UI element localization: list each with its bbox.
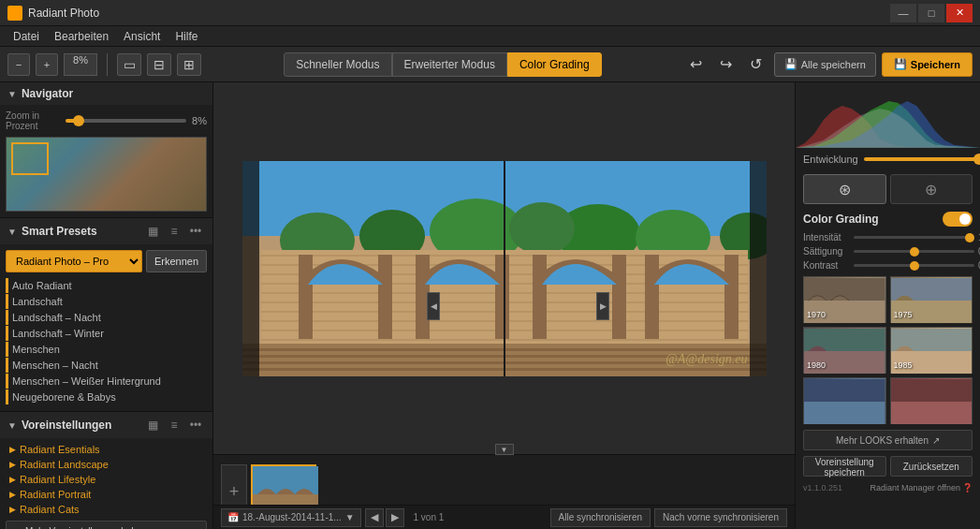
list-item[interactable]: Landschaft – Nacht bbox=[6, 310, 207, 325]
list-item[interactable]: Menschen – Nacht bbox=[6, 358, 207, 373]
view-split-h-button[interactable]: ⊟ bbox=[147, 53, 171, 76]
next-page-button[interactable]: ▶ bbox=[386, 508, 404, 527]
menu-datei[interactable]: Datei bbox=[6, 28, 47, 45]
zuruecksetzen-button[interactable]: Zurücksetzen bbox=[890, 456, 973, 477]
zoom-slider[interactable] bbox=[66, 119, 186, 123]
bottom-buttons: Voreinstellung speichern Zurücksetzen bbox=[796, 452, 980, 480]
look-item-1980[interactable]: 1980 bbox=[803, 327, 886, 374]
maximize-button[interactable]: □ bbox=[918, 4, 944, 22]
entwicklung-slider[interactable] bbox=[864, 157, 980, 161]
color-wheel-icon: ⊛ bbox=[839, 181, 851, 198]
look-item-1985[interactable]: 1985 bbox=[890, 327, 973, 374]
vorei-item[interactable]: ▶ Radiant Cats bbox=[6, 502, 207, 517]
smart-presets-content: Radiant Photo – Pro Erkennen Auto Radian… bbox=[0, 244, 212, 411]
kontrast-slider[interactable] bbox=[854, 264, 974, 267]
zoom-plus-button[interactable]: + bbox=[36, 53, 58, 76]
color-wheel-tab[interactable]: ⊛ bbox=[803, 174, 886, 204]
target-tab[interactable]: ⊕ bbox=[890, 174, 973, 204]
color-grading-toggle[interactable] bbox=[943, 212, 973, 227]
view-single-button[interactable]: ▭ bbox=[117, 53, 141, 76]
look-label: 1970 bbox=[807, 310, 826, 319]
vorei-more-button[interactable]: ••• bbox=[186, 417, 205, 433]
svg-rect-20 bbox=[299, 255, 313, 339]
question-icon: ❓ bbox=[962, 483, 973, 492]
sync-all-button[interactable]: Alle synchronisieren bbox=[550, 508, 651, 527]
intensity-slider[interactable] bbox=[854, 236, 974, 239]
alle-speichern-label: Alle speichern bbox=[801, 59, 866, 70]
vorei-label: Radiant Esentials bbox=[20, 444, 100, 455]
mehr-load-label: Mehr Voreinstellungen laden bbox=[25, 526, 144, 530]
erkennen-button[interactable]: Erkennen bbox=[146, 250, 207, 272]
vorei-item[interactable]: ▶ Radiant Lifestyle bbox=[6, 472, 207, 487]
entwicklung-label: Entwicklung bbox=[803, 154, 858, 165]
tab-color-grading[interactable]: Color Grading bbox=[507, 52, 602, 77]
tab-erweiterter-modus[interactable]: Erweiterter Modus bbox=[392, 52, 507, 77]
minimize-button[interactable]: — bbox=[890, 4, 916, 22]
date-selector[interactable]: 📅 18.-August-2014-11-1... ▼ bbox=[221, 508, 361, 527]
presets-more-button[interactable]: ••• bbox=[186, 223, 205, 240]
vorei-toolbar: ▦ ≡ ••• bbox=[143, 417, 205, 433]
mehr-voreinstellungen-button[interactable]: ↗ Mehr Voreinstellungen laden bbox=[6, 521, 207, 529]
list-item[interactable]: Landschaft – Winter bbox=[6, 326, 207, 341]
filmstrip-expand-button[interactable]: ▼ bbox=[495, 444, 514, 455]
sync-fore-button[interactable]: Nach vorne synchronisieren bbox=[654, 508, 787, 527]
presets-grid-view-button[interactable]: ▦ bbox=[143, 223, 162, 240]
menu-hilfe[interactable]: Hilfe bbox=[168, 28, 205, 45]
saettigung-slider[interactable] bbox=[854, 250, 974, 253]
saettigung-row: Sättigung 0 bbox=[796, 244, 980, 258]
speichern-button[interactable]: 💾 Speichern bbox=[882, 52, 973, 77]
version-text: v1.1.0.251 bbox=[803, 483, 842, 492]
alle-speichern-button[interactable]: 💾 Alle speichern bbox=[774, 52, 876, 77]
page-info: 1 von 1 bbox=[408, 512, 450, 522]
right-panel-collapse-arrow[interactable]: ▶ bbox=[596, 292, 609, 320]
histogram-svg bbox=[796, 82, 980, 148]
vorei-grid-button[interactable]: ▦ bbox=[143, 417, 162, 433]
prev-page-button[interactable]: ◀ bbox=[365, 508, 384, 527]
radiant-manager-label: Radiant Manager öffnen bbox=[870, 483, 960, 492]
list-item[interactable]: Auto Radiant bbox=[6, 278, 207, 293]
list-item[interactable]: Menschen bbox=[6, 342, 207, 357]
navigator-header[interactable]: ▼ Navigator bbox=[0, 82, 212, 105]
look-item-extra1[interactable] bbox=[803, 377, 886, 424]
presets-toolbar: ▦ ≡ ••• bbox=[143, 223, 205, 240]
list-item[interactable]: Neugeborene & Babys bbox=[6, 389, 207, 404]
refresh-button[interactable]: ↺ bbox=[744, 52, 768, 77]
tab-schneller-modus[interactable]: Schneller Modus bbox=[284, 52, 391, 77]
preset-dropdown[interactable]: Radiant Photo – Pro bbox=[6, 250, 142, 272]
app-title: Radiant Photo bbox=[28, 7, 890, 20]
vorei-item[interactable]: ▶ Radiant Esentials bbox=[6, 442, 207, 457]
main-image: @A@design.eu bbox=[242, 161, 767, 376]
redo-button[interactable]: ↪ bbox=[714, 52, 739, 77]
vorei-item[interactable]: ▶ Radiant Landscape bbox=[6, 457, 207, 472]
look-item-1970[interactable]: 1970 bbox=[803, 276, 886, 323]
color-grading-title: Color Grading bbox=[803, 213, 879, 226]
filmstrip-area: ▼ + 📅 18.-August-2014-11-1... ▼ bbox=[213, 454, 795, 529]
zoom-minus-button[interactable]: − bbox=[7, 53, 30, 76]
close-button[interactable]: ✕ bbox=[946, 4, 973, 22]
menu-ansicht[interactable]: Ansicht bbox=[116, 28, 168, 45]
look-item-1975[interactable]: 1975 bbox=[890, 276, 973, 323]
radiant-manager-button[interactable]: Radiant Manager öffnen ❓ bbox=[870, 483, 973, 492]
voreinstellung-speichern-button[interactable]: Voreinstellung speichern bbox=[803, 456, 886, 477]
smart-presets-header[interactable]: ▼ Smart Presets ▦ ≡ ••• bbox=[0, 218, 212, 244]
chevron-right-icon: ▶ bbox=[9, 445, 16, 454]
kontrast-label: Kontrast bbox=[803, 260, 850, 271]
undo-button[interactable]: ↩ bbox=[684, 52, 709, 77]
dropdown-icon: ▼ bbox=[345, 512, 355, 522]
list-item[interactable]: Menschen – Weißer Hintergrund bbox=[6, 374, 207, 389]
voreinstellungen-header[interactable]: ▼ Voreinstellungen ▦ ≡ ••• bbox=[0, 412, 212, 438]
left-panel-collapse-arrow[interactable]: ◀ bbox=[427, 292, 440, 320]
list-item[interactable]: Landschaft bbox=[6, 294, 207, 309]
presets-list-view-button[interactable]: ≡ bbox=[165, 223, 183, 240]
title-bar: Radiant Photo — □ ✕ bbox=[0, 0, 980, 26]
look-item-extra2[interactable] bbox=[890, 377, 973, 424]
vorei-item[interactable]: ▶ Radiant Portrait bbox=[6, 487, 207, 502]
menu-bearbeiten[interactable]: Bearbeiten bbox=[47, 28, 116, 45]
intensity-label: Intensität bbox=[803, 232, 850, 242]
svg-point-8 bbox=[509, 202, 575, 255]
external-link-icon: ↗ bbox=[932, 435, 940, 446]
vorei-list-button[interactable]: ≡ bbox=[165, 417, 183, 433]
mehr-looks-button[interactable]: Mehr LOOKS erhalten ↗ bbox=[803, 430, 973, 450]
separator bbox=[107, 53, 108, 76]
view-split-v-button[interactable]: ⊞ bbox=[177, 53, 201, 76]
